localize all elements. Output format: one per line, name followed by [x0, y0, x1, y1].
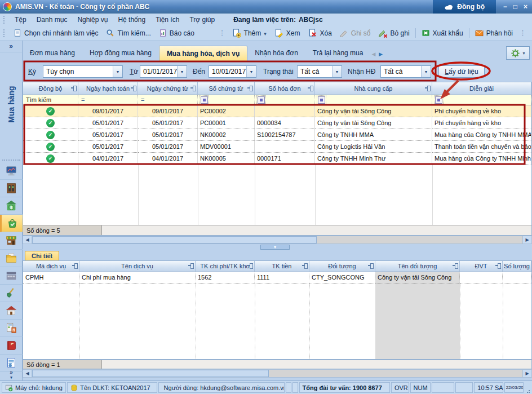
supplier-cell[interactable]: Công ty TNHH MMA [315, 129, 432, 141]
pin-icon[interactable] [131, 86, 136, 91]
posting-date-cell[interactable]: 05/01/2017 [78, 129, 138, 141]
period-select[interactable]: Tùy chọn [43, 65, 123, 78]
expense-account-cell[interactable]: 1562 [196, 272, 255, 284]
sync-status-cell[interactable] [23, 117, 78, 129]
menu-tro-giup[interactable]: Trợ giúp [184, 16, 220, 24]
pin-icon[interactable] [247, 86, 252, 91]
doc-no-cell[interactable]: NK00005 [198, 153, 255, 165]
cash-account-cell[interactable]: 1111 [255, 272, 309, 284]
doc-date-cell[interactable]: 04/01/2017 [138, 153, 198, 165]
post-button[interactable]: Ghi sổ [336, 27, 375, 39]
filter-checkbox-icon[interactable] [318, 96, 325, 104]
scroll-right-icon[interactable] [522, 236, 531, 244]
search-cell[interactable]: = [138, 95, 198, 105]
scrollbar-thumb[interactable] [32, 370, 269, 377]
add-dropdown-icon[interactable] [264, 29, 267, 37]
grid-settings-button[interactable]: ▾ [506, 46, 530, 60]
table-row[interactable]: 05/01/2017 05/01/2017 MDV00001 Công ty L… [23, 141, 531, 153]
scroll-left-icon[interactable] [23, 236, 32, 244]
search-cell[interactable] [315, 95, 432, 105]
resize-grip[interactable] [526, 389, 530, 394]
description-cell[interactable]: Phí chuyển hàng về kho [432, 117, 531, 129]
pin-icon[interactable] [302, 263, 307, 268]
col-header-nha-cung-cap[interactable]: Nhà cung cấp [315, 82, 432, 94]
dropdown-arrow-icon[interactable] [177, 66, 187, 77]
minimize-button[interactable]: − [503, 3, 507, 11]
posting-date-cell[interactable]: 09/01/2017 [78, 105, 138, 117]
supplier-cell[interactable]: Công ty Logictis Hải Vân [315, 141, 432, 153]
sidebar-module-sales[interactable] [0, 232, 23, 250]
filter-checkbox-icon[interactable] [435, 96, 442, 104]
doc-no-cell[interactable]: PC00001 [198, 117, 255, 129]
tab-tra-lai-hang-mua[interactable]: Trả lại hàng mua [305, 46, 371, 61]
col-header-so-luong[interactable]: Số lượng [503, 261, 531, 271]
search-cell[interactable]: Tìm kiếm [23, 95, 78, 105]
sidebar-module-costing[interactable] [0, 320, 23, 337]
load-data-button[interactable]: Lấy dữ liệu [438, 65, 485, 78]
sidebar-module-bank[interactable]: $ [0, 197, 23, 215]
scroll-right-icon[interactable] [522, 370, 531, 377]
tab-next-icon[interactable] [379, 50, 383, 57]
doc-date-cell[interactable]: 05/01/2017 [138, 141, 198, 153]
col-header-ma-dich-vu[interactable]: Mã dịch vụ [23, 261, 79, 271]
description-cell[interactable]: Mua hàng của Công ty TNHH Minh Thư [432, 153, 531, 165]
sync-status-cell[interactable] [23, 141, 78, 153]
doc-no-cell[interactable]: NK00002 [198, 129, 255, 141]
col-header-tk-chi-phi[interactable]: TK chi phí/TK kho [196, 261, 255, 271]
pin-icon[interactable] [190, 86, 196, 91]
posting-date-cell[interactable]: 05/01/2017 [78, 117, 138, 129]
tab-mua-hang-hoa-dich-vu[interactable]: Mua hàng hóa, dịch vụ [159, 46, 247, 61]
pin-icon[interactable] [72, 263, 77, 268]
close-button[interactable]: × [524, 3, 527, 11]
status-select[interactable]: Tất cả [297, 65, 342, 78]
pin-icon[interactable] [368, 263, 373, 268]
scrollbar-thumb[interactable] [32, 236, 317, 244]
menu-tep[interactable]: Tệp [10, 16, 32, 24]
posting-date-cell[interactable]: 05/01/2017 [78, 141, 138, 153]
delete-button[interactable]: Xóa [304, 27, 336, 39]
sidebar-module-tools[interactable] [0, 285, 23, 302]
pin-icon[interactable] [247, 263, 252, 268]
add-button[interactable]: Thêm [228, 27, 271, 39]
sidebar-module-purchase[interactable] [0, 215, 23, 232]
doc-date-cell[interactable]: 09/01/2017 [138, 105, 198, 117]
invoice-no-cell[interactable]: 0000171 [255, 153, 315, 165]
table-row[interactable]: 05/01/2017 05/01/2017 NK00002 S100215478… [23, 129, 531, 141]
col-header-so-chung-tu[interactable]: Số chứng từ [198, 82, 255, 94]
col-header-dvt[interactable]: ĐVT [460, 261, 503, 271]
pin-icon[interactable] [188, 263, 193, 268]
col-header-dien-giai[interactable]: Diễn giải [432, 82, 531, 94]
tab-don-mua-hang[interactable]: Đơn mua hàng [23, 46, 82, 61]
pin-icon[interactable] [453, 263, 458, 268]
tab-prev-icon[interactable] [371, 50, 375, 57]
tab-nhan-hoa-don[interactable]: Nhận hóa đơn [247, 46, 305, 61]
quantity-cell[interactable] [503, 272, 531, 284]
col-header-so-hoa-don[interactable]: Số hóa đơn [255, 82, 315, 94]
view-button[interactable]: Xem [271, 27, 304, 39]
feedback-button[interactable]: Phản hồi [471, 27, 517, 39]
doc-date-cell[interactable]: 05/01/2017 [138, 117, 198, 129]
supplier-cell[interactable]: Công ty vận tải Sông Công [315, 105, 432, 117]
sync-status-cell[interactable] [23, 153, 78, 165]
splitter-handle[interactable] [260, 245, 290, 250]
object-name-cell[interactable]: Công ty vận tải Sông Công [375, 272, 460, 284]
sidebar-module-invoices[interactable] [0, 250, 23, 267]
service-name-cell[interactable]: Chi phí mua hàng [79, 272, 196, 284]
invoice-no-cell[interactable] [255, 141, 315, 153]
sidebar-module-dashboard[interactable] [0, 162, 23, 180]
pin-icon[interactable] [495, 263, 500, 268]
unpost-button[interactable]: Bỏ ghi [375, 27, 414, 39]
col-header-dong-bo[interactable]: Đồng bộ [23, 82, 78, 94]
description-cell[interactable]: Mua hàng của Công ty TNHH MMA [432, 129, 531, 141]
toolbar-overflow-icon[interactable]: ⋮ [216, 29, 228, 37]
invoice-filter-select[interactable]: Tất cả [380, 65, 431, 78]
unit-cell[interactable] [460, 272, 503, 284]
horizontal-scrollbar[interactable] [23, 236, 532, 244]
sync-status-cell[interactable] [23, 105, 78, 117]
sidebar-drag-handle[interactable] [2, 160, 20, 161]
sync-button[interactable]: Đồng bộ [433, 0, 496, 14]
invoice-no-cell[interactable] [255, 105, 315, 117]
dropdown-arrow-icon[interactable] [246, 66, 256, 77]
sidebar-module-fixed-assets[interactable] [0, 302, 23, 320]
col-header-ngay-chung-tu[interactable]: Ngày chứng từ [138, 82, 198, 94]
